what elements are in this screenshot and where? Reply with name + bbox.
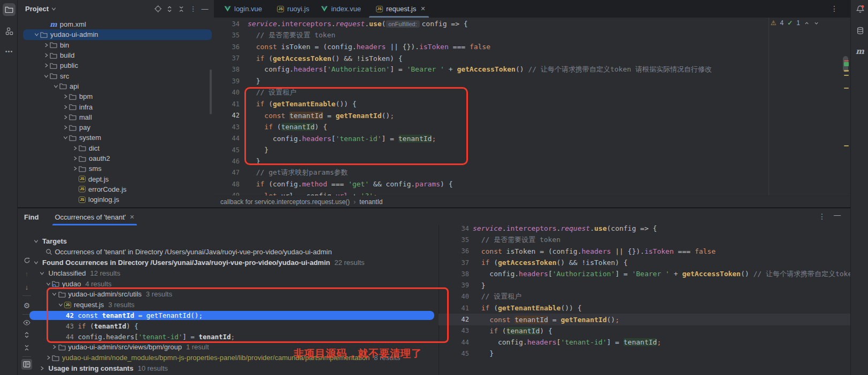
result-group-row[interactable]: yudao-ui-admin/src/views/bpm/group1 resu… xyxy=(18,342,439,353)
close-icon[interactable]: ✕ xyxy=(420,5,425,12)
editor-options-kebab-icon[interactable]: ⋮ xyxy=(829,3,840,14)
structure-tool-button[interactable] xyxy=(3,25,16,37)
find-results-tab[interactable]: Occurrences of 'tenant' ✕ xyxy=(52,208,136,225)
chevron-down-icon[interactable] xyxy=(62,134,69,142)
line-number[interactable]: 44 xyxy=(214,135,240,142)
more-tool-windows-button[interactable]: ••• xyxy=(3,45,16,58)
maven-tool-button[interactable]: m xyxy=(855,46,865,57)
chevron-down-icon[interactable] xyxy=(52,82,59,90)
collapse-all-button[interactable] xyxy=(175,3,187,15)
line-number[interactable]: 35 xyxy=(214,32,240,39)
chevron-down-icon[interactable] xyxy=(57,301,64,309)
line-number[interactable]: 43 xyxy=(439,327,469,334)
line-number[interactable]: 34 xyxy=(439,225,469,232)
project-panel-title[interactable]: Project xyxy=(25,5,57,13)
result-row[interactable]: 42 const tenantId = getTenantId(); xyxy=(18,310,439,321)
next-problem-icon[interactable] xyxy=(813,20,819,26)
chevron-down-icon[interactable] xyxy=(32,238,40,245)
breadcrumb-element[interactable]: tenantId xyxy=(359,198,382,206)
tree-item[interactable]: yudao-ui-admin xyxy=(18,29,214,40)
line-number[interactable]: 37 xyxy=(214,54,240,62)
line-number[interactable]: 40 xyxy=(214,89,240,96)
result-row[interactable]: 44 config.headers['tenant-id'] = tenantI… xyxy=(18,331,439,342)
result-group-row[interactable]: yudao-ui-admin/src/utils3 results xyxy=(18,289,439,300)
chevron-right-icon[interactable] xyxy=(62,103,69,111)
line-number[interactable]: 43 xyxy=(214,123,240,131)
line-number[interactable]: 47 xyxy=(214,169,240,176)
chevron-down-icon[interactable] xyxy=(51,291,58,298)
error-stripe-mark[interactable] xyxy=(844,60,849,61)
tree-item[interactable]: infra xyxy=(18,101,214,112)
result-group-row[interactable]: yudao-ui-admin/node_modules/bpmn-js-prop… xyxy=(18,353,439,363)
chevron-right-icon[interactable] xyxy=(62,93,69,100)
chevron-right-icon[interactable] xyxy=(39,364,46,372)
chevron-right-icon[interactable] xyxy=(71,155,79,162)
tab-login.vue[interactable]: login.vue xyxy=(218,0,268,18)
line-number[interactable]: 39 xyxy=(214,77,240,85)
chevron-down-icon[interactable] xyxy=(44,280,52,287)
chevron-right-icon[interactable] xyxy=(71,165,79,173)
vcs-stripe-mark[interactable] xyxy=(844,62,849,66)
result-group-row[interactable]: Unclassified12 results xyxy=(18,268,439,278)
result-group-row[interactable]: Usage in string constants10 results xyxy=(18,363,439,374)
result-row[interactable]: 43 if (tenantId) { xyxy=(18,321,439,331)
breadcrumb-context[interactable]: callback for service.interceptors.reques… xyxy=(220,198,350,206)
tree-item[interactable]: pay xyxy=(18,122,214,132)
warning-stripe-mark[interactable] xyxy=(844,70,849,72)
tree-item[interactable]: api xyxy=(18,81,214,91)
line-number[interactable]: 41 xyxy=(214,100,240,108)
expand-all-button[interactable] xyxy=(164,3,175,15)
database-tool-button[interactable] xyxy=(855,25,865,36)
options-kebab-icon[interactable]: ⋮ xyxy=(187,3,199,15)
close-icon[interactable]: ✕ xyxy=(129,214,134,221)
chevron-down-icon[interactable] xyxy=(33,31,40,38)
line-number[interactable]: 45 xyxy=(439,350,469,357)
warning-stripe-mark[interactable] xyxy=(844,75,849,76)
chevron-down-icon[interactable] xyxy=(42,72,50,80)
tree-item[interactable]: sms xyxy=(18,163,214,174)
tree-item[interactable]: system xyxy=(18,132,214,143)
hide-panel-button[interactable]: — xyxy=(199,3,211,15)
tree-item[interactable]: build xyxy=(18,50,214,60)
line-number[interactable]: 39 xyxy=(439,282,469,289)
result-group-row[interactable]: Occurrences of 'tenant' in Directory /Us… xyxy=(18,247,439,257)
tree-item[interactable]: oauth2 xyxy=(18,153,214,163)
prev-problem-icon[interactable] xyxy=(804,20,810,26)
warning-stripe-mark[interactable] xyxy=(844,145,849,146)
chevron-right-icon[interactable] xyxy=(51,343,58,351)
locate-file-button[interactable] xyxy=(152,3,164,15)
tab-index.vue[interactable]: index.vue xyxy=(315,0,367,18)
find-options-kebab-icon[interactable]: ⋮ xyxy=(818,212,826,221)
tree-item[interactable]: JSerrorCode.js xyxy=(18,184,214,194)
line-number[interactable]: 46 xyxy=(214,158,240,165)
tree-item[interactable]: dict xyxy=(18,143,214,153)
inspections-widget[interactable]: ⚠4 ✓1 xyxy=(771,19,819,27)
chevron-right-icon[interactable] xyxy=(44,354,52,362)
tree-item[interactable]: JSdept.js xyxy=(18,174,214,184)
chevron-down-icon[interactable] xyxy=(39,269,46,277)
result-group-row[interactable]: Found Occurrences in Directory /Users/yu… xyxy=(18,257,439,268)
line-number[interactable]: 35 xyxy=(439,236,469,244)
line-number[interactable]: 48 xyxy=(214,181,240,188)
chevron-down-icon[interactable] xyxy=(32,259,40,266)
tab-request.js[interactable]: JSrequest.js✕ xyxy=(367,0,432,18)
chevron-right-icon[interactable] xyxy=(42,52,50,59)
line-number[interactable]: 38 xyxy=(439,270,469,278)
line-number[interactable]: 36 xyxy=(214,43,240,51)
chevron-right-icon[interactable] xyxy=(42,41,50,49)
line-number[interactable]: 42 xyxy=(214,112,240,119)
line-number[interactable]: 42 xyxy=(439,316,469,323)
hide-find-panel-button[interactable]: — xyxy=(834,211,841,219)
tree-item[interactable]: src xyxy=(18,71,214,81)
tab-ruoyi.js[interactable]: JSruoyi.js xyxy=(268,0,315,18)
line-number[interactable]: 41 xyxy=(439,304,469,312)
tree-item[interactable]: bpm xyxy=(18,91,214,101)
tree-item[interactable]: JSloginlog.js xyxy=(18,194,214,205)
project-scrollbar[interactable] xyxy=(210,69,212,114)
line-number[interactable]: 36 xyxy=(439,247,469,255)
result-group-row[interactable]: Targets xyxy=(18,236,439,247)
code-editor[interactable]: 34service.interceptors.request.use(onFul… xyxy=(214,18,850,207)
tree-item[interactable]: public xyxy=(18,60,214,71)
line-number[interactable]: 45 xyxy=(214,146,240,154)
line-number[interactable]: 44 xyxy=(439,339,469,346)
